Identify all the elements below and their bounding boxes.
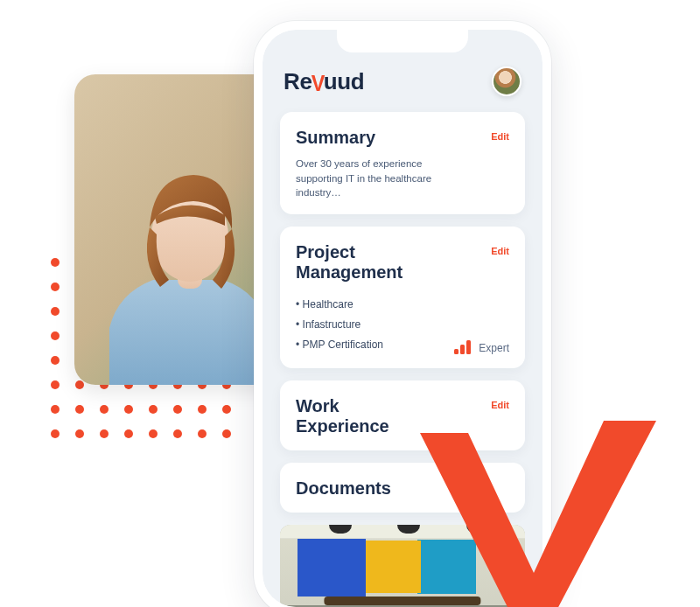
work-experience-card: WorkExperience Edit <box>280 380 525 450</box>
app-screen: Re V uud Summary Edit Over 30 years of e… <box>262 30 542 607</box>
summary-edit-link[interactable]: Edit <box>491 128 509 142</box>
phone-frame: Re V uud Summary Edit Over 30 years of e… <box>254 21 551 607</box>
app-header: Re V uud <box>280 66 525 112</box>
summary-card: Summary Edit Over 30 years of experience… <box>280 112 525 214</box>
skill-level-label: Expert <box>479 342 509 354</box>
bullet-item: Infastructure <box>296 315 509 335</box>
svg-rect-3 <box>460 345 465 354</box>
project-management-title: ProjectManagement <box>296 242 402 283</box>
phone-notch <box>337 30 468 52</box>
svg-rect-2 <box>454 349 458 354</box>
skill-level: Expert <box>454 340 509 354</box>
svg-rect-4 <box>466 340 471 354</box>
office-image <box>280 525 525 607</box>
logo-accent-icon: V <box>311 70 324 97</box>
project-management-card: ProjectManagement Edit Healthcare Infast… <box>280 227 525 368</box>
work-experience-title: WorkExperience <box>296 396 389 436</box>
bar-level-icon <box>454 340 472 354</box>
app-logo: Re V uud <box>284 68 364 95</box>
logo-text-pre: Re <box>284 68 312 95</box>
summary-text: Over 30 years of experience supporting I… <box>296 157 471 200</box>
documents-title: Documents <box>296 478 391 499</box>
avatar[interactable] <box>492 66 522 96</box>
documents-card: Documents <box>280 463 525 513</box>
bullet-item: Healthcare <box>296 295 509 315</box>
work-experience-edit-link[interactable]: Edit <box>491 396 509 410</box>
project-management-edit-link[interactable]: Edit <box>491 242 509 256</box>
summary-title: Summary <box>296 128 375 148</box>
logo-text-post: uud <box>324 68 365 95</box>
